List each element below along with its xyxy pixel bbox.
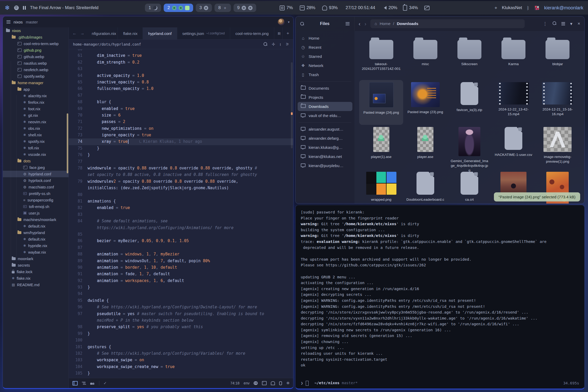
tree-item-moonlark[interactable]: moonlark [3, 255, 69, 262]
sidebar-item-home[interactable]: ⌂Home [298, 34, 352, 43]
tree-item-vscode-nix[interactable]: ❄vscode.nix [3, 151, 69, 158]
tree-item-home-manager[interactable]: home-manager [3, 79, 69, 86]
tree-item-alacritty-nix[interactable]: ❄alacritty.nix [3, 93, 69, 99]
tree-item-obs-nix[interactable]: ❄obs.nix [3, 125, 69, 132]
tree-item-prettify-ss-sh[interactable]: ›prettify-ss.sh [3, 190, 69, 197]
tray-app-icon[interactable] [534, 5, 540, 10]
avatar[interactable] [278, 19, 285, 25]
tree-item-default-nix[interactable]: ❄default.nix [3, 223, 69, 229]
sidebar-item-recent[interactable]: ◷Recent [298, 43, 352, 52]
sidebar-item-starred[interactable]: ☆Starred [298, 52, 352, 61]
tree-item-machines-moonlark[interactable]: machines/moonlark [3, 216, 69, 223]
git-branch[interactable]: master [26, 20, 38, 24]
menu-icon[interactable] [7, 20, 10, 23]
close-icon[interactable]: × [578, 21, 580, 26]
env-indicator[interactable]: env [244, 381, 250, 385]
mic-icon[interactable] [279, 381, 282, 385]
sidebar-item-documents[interactable]: Documents [298, 84, 352, 93]
tree-item-flake-nix[interactable]: ❄flake.nix [3, 275, 69, 281]
sidebar-item-alesander-august-[interactable]: alesander.august… [298, 125, 352, 134]
tree-item-github-png[interactable]: github.png [3, 47, 69, 53]
diagnostics-check-icon[interactable]: ✓ [103, 381, 107, 385]
nav-forward-icon[interactable]: → [80, 31, 84, 36]
file-item-image-removebg-preview-1-png[interactable]: image-removebg-preview(1).png [536, 125, 580, 170]
nav-back-icon[interactable]: ← [72, 31, 77, 36]
editor-scrollbar[interactable] [291, 62, 293, 148]
file-item-silkscreen[interactable]: Silkscreen [447, 35, 491, 80]
tree-item-nautilus-webp[interactable]: nautilus.webp [3, 60, 69, 66]
editor-settings-icon[interactable]: ⚞ [286, 42, 289, 47]
workspace-8[interactable]: 8+ [215, 4, 231, 12]
file-item-2024-12-22-13-42-15-mp4[interactable]: 2024-12-22_13-42-15.mp4 [492, 80, 536, 125]
file-item-blobjar[interactable]: blobjar [536, 35, 580, 80]
search-folder-icon[interactable] [553, 21, 556, 26]
tree-item-user-js[interactable]: JSuser.js [3, 210, 69, 216]
breadcrumb[interactable]: home-manager/dots/hyprland.conf [73, 42, 141, 46]
tree-item-firefox-nix[interactable]: ❄firefox.nix [3, 99, 69, 106]
file-item-player-ase[interactable]: player.ase [403, 125, 447, 170]
tree-item--github-images[interactable]: .github/images [3, 34, 69, 40]
sidebar-item-network[interactable]: ❖Network [298, 61, 352, 70]
tree-item-app[interactable]: app [3, 86, 69, 93]
tree-item-hyprlock-conf[interactable]: ⚙hyprlock.conf [3, 177, 69, 184]
path-bar[interactable]: ⌂ Home / Downloads [370, 19, 525, 28]
terminal-window[interactable]: [sudo] password for kierank:Place your f… [295, 205, 585, 389]
tree-scrollbar[interactable] [67, 113, 68, 173]
workspace-9[interactable]: 9 [234, 4, 256, 12]
sidebar-item-alexander-defarg-[interactable]: alexander.defarg… [298, 134, 352, 143]
tree-item-shell-nix[interactable]: ❄shell.nix [3, 132, 69, 138]
tree-item-secrets[interactable]: secrets [3, 262, 69, 268]
project-name[interactable]: nixos [14, 20, 23, 24]
breadcrumb-root[interactable]: Home [380, 21, 390, 26]
file-item-wrapped-png[interactable]: wrapped.png [359, 170, 403, 204]
tab-settings-json[interactable]: settings.json~/.config/zed [177, 27, 230, 39]
sidebar-item-downloads[interactable]: Downloads [298, 102, 352, 111]
notifications-icon[interactable] [271, 381, 275, 385]
screenshare-off-icon[interactable] [424, 6, 430, 10]
breadcrumb-current[interactable]: Downloads [397, 21, 418, 26]
tree-item-nixos[interactable]: nixos [3, 27, 69, 34]
tree-item-sunpaperconfig[interactable]: ≡sunpaperconfig [3, 197, 69, 203]
tree-item-git-nix[interactable]: ❄git.nix [3, 112, 69, 119]
sidebar-item-kieran-purplebu-[interactable]: kieran@purplebu… [298, 161, 352, 170]
tree-item-github-webp[interactable]: github.webp [3, 53, 69, 60]
tree-item-tofi-nix[interactable]: ❄tofi.nix [3, 145, 69, 151]
tree-item-neofetch-webp[interactable]: neofetch.webp [3, 66, 69, 73]
search-icon[interactable] [300, 22, 304, 26]
tree-item-readme-md[interactable]: ▤README.md [3, 281, 69, 288]
tree-item-spotify-webp[interactable]: spotify.webp [3, 73, 69, 79]
split-pane-icon[interactable]: ◫ [293, 31, 293, 36]
tab-cool-retro-term-png[interactable]: cool-retro-term.png [230, 27, 274, 39]
list-view-icon[interactable] [561, 22, 565, 25]
battery-module[interactable]: 34% [403, 5, 418, 11]
tree-item-macchiato-conf[interactable]: ⚙macchiato.conf [3, 184, 69, 190]
sidebar-item-kieran-klukas-g-[interactable]: kieran.klukas@g… [298, 143, 352, 152]
file-item-player-1-ase[interactable]: player(1).ase [359, 125, 403, 170]
tree-item-hyprland-conf[interactable]: ⚙hyprland.conf [3, 171, 69, 177]
code-editor[interactable]: 6061 dim_inactive = true62 dim_strength … [69, 49, 293, 378]
collab-icon[interactable] [90, 382, 95, 385]
new-tab-icon[interactable]: + [287, 31, 289, 36]
spotify-icon[interactable] [14, 5, 19, 10]
file-item-gemini-generated-image-4rqv8k4rqv8k4rqv-jpg[interactable]: Gemini_Generated_Image_4rqv8k4rqv8k4rqv.… [447, 125, 491, 170]
file-item-2024-12-21-15-16-16-mp4[interactable]: 2024-12-21_15-16-16.mp4 [536, 80, 580, 125]
file-item-favicon-io-3-zip[interactable]: favicon_io(3).zip [447, 80, 491, 125]
tree-item-waybar-nix[interactable]: ❄waybar.nix [3, 249, 69, 255]
nixos-logo-icon[interactable]: ❄ [5, 4, 10, 11]
tab-hyprland-conf[interactable]: hyprland.conf [143, 27, 177, 39]
nix-status-icon[interactable]: ❄ [286, 381, 290, 385]
terminal-panel-icon[interactable] [262, 381, 267, 385]
tree-item-hypridle-nix[interactable]: ❄hypridle.nix [3, 242, 69, 249]
workspace-3[interactable]: 3 [196, 4, 212, 12]
tab-nfiguration-nix[interactable]: nfiguration.nix [88, 27, 118, 39]
pause-icon[interactable] [23, 6, 26, 10]
tree-item-neovim-nix[interactable]: ❄neovim.nix [3, 119, 69, 125]
tree-item-foot-nix[interactable]: ❄foot.nix [3, 106, 69, 112]
tree-item-tofi-emoji-sh[interactable]: ›tofi-emoji.sh [3, 203, 69, 210]
sidebar-item-trash[interactable]: ▯Trash [298, 70, 352, 79]
cursor-ibeam-icon[interactable]: I [280, 42, 281, 47]
tree-item-spotify-nix[interactable]: ❄spotify.nix [3, 138, 69, 145]
back-icon[interactable]: ‹ [359, 21, 360, 27]
file-item-misc[interactable]: misc [403, 35, 447, 80]
tree-item-default-nix[interactable]: ❄default.nix [3, 236, 69, 242]
